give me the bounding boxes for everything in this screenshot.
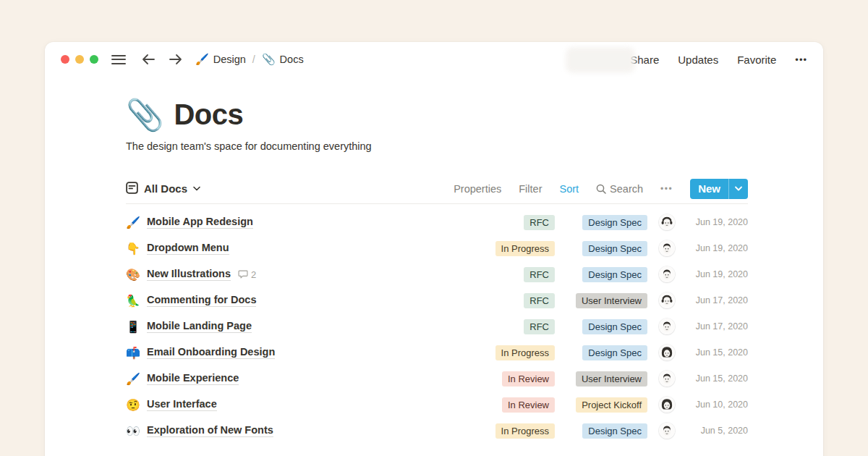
toolbar-item-properties[interactable]: Properties	[454, 183, 501, 195]
titlebar: 🖌️Design/📎Docs ShareUpdatesFavorite •••	[45, 42, 823, 77]
doc-title-link[interactable]: Commenting for Docs	[147, 294, 256, 307]
paintbrush-icon: 🖌️	[126, 372, 147, 386]
search-label: Search	[610, 183, 643, 195]
doc-title-link[interactable]: Mobile Landing Page	[147, 320, 252, 333]
status-tag[interactable]: RFC	[524, 215, 555, 230]
minimize-window-button[interactable]	[75, 55, 84, 64]
close-window-button[interactable]	[61, 55, 69, 64]
search-icon	[596, 184, 606, 194]
doc-title-link[interactable]: User Interface	[147, 398, 217, 411]
avatar-woman-headphones[interactable]	[659, 292, 675, 308]
eyes-icon: 👀	[126, 424, 147, 438]
favorite-button[interactable]: Favorite	[737, 54, 776, 66]
view-options-icon[interactable]: •••	[660, 184, 673, 194]
new-button[interactable]: New	[690, 179, 748, 199]
sidebar-toggle-icon[interactable]	[111, 52, 126, 67]
doc-title-link[interactable]: Mobile App Redesign	[147, 216, 253, 229]
breadcrumb-item[interactable]: 📎Docs	[262, 53, 304, 66]
avatar-woman-headphones[interactable]	[659, 214, 675, 230]
doc-type-tag[interactable]: User Interview	[576, 371, 647, 387]
back-arrow-icon[interactable]	[142, 54, 156, 65]
window-controls	[61, 55, 98, 64]
mobile-phone-icon: 📱	[126, 320, 147, 334]
app-window: 🖌️Design/📎Docs ShareUpdatesFavorite ••• …	[45, 42, 823, 456]
doc-type-tag[interactable]: User Interview	[576, 293, 647, 308]
chevron-down-icon	[735, 186, 742, 191]
titlebar-actions: ShareUpdatesFavorite •••	[630, 54, 807, 66]
status-tag[interactable]: RFC	[524, 267, 555, 282]
blurred-presence-indicator	[566, 47, 635, 73]
comment-count[interactable]: 2	[238, 269, 256, 280]
avatar-man[interactable]	[659, 318, 675, 334]
status-tag[interactable]: In Progress	[495, 345, 555, 360]
page-title[interactable]: Docs	[174, 98, 243, 131]
doc-title-link[interactable]: Mobile Experience	[147, 372, 239, 385]
zoom-window-button[interactable]	[90, 55, 98, 64]
parrot-icon: 🦜	[126, 294, 147, 308]
avatar-man[interactable]	[659, 240, 675, 256]
created-date: Jun 17, 2020	[686, 321, 748, 332]
view-toolbar: All Docs PropertiesFilterSort Search •••…	[126, 174, 748, 204]
status-tag[interactable]: In Progress	[495, 423, 555, 439]
created-date: Jun 5, 2020	[686, 426, 748, 436]
avatar-woman[interactable]	[659, 397, 675, 413]
table-row: 🤨 User Interface In Review Project Kicko…	[126, 392, 748, 418]
doc-title-link[interactable]: Dropdown Menu	[147, 242, 229, 255]
status-tag[interactable]: RFC	[524, 319, 555, 334]
doc-title-link[interactable]: New Illustrations	[147, 268, 231, 281]
new-button-label[interactable]: New	[690, 179, 728, 199]
breadcrumb-separator: /	[251, 54, 257, 65]
table-row: 🦜 Commenting for Docs RFC User Interview…	[126, 287, 748, 313]
doc-type-tag[interactable]: Design Spec	[582, 241, 647, 256]
created-date: Jun 19, 2020	[686, 243, 748, 253]
paintbrush-icon: 🖌️	[126, 216, 147, 229]
forward-arrow-icon[interactable]	[169, 54, 182, 65]
page-icon-paperclip[interactable]: 📎	[126, 100, 163, 130]
doc-title-link[interactable]: Exploration of New Fonts	[147, 424, 273, 437]
status-tag[interactable]: RFC	[524, 293, 555, 308]
doc-type-tag[interactable]: Design Spec	[582, 215, 647, 230]
status-tag[interactable]: In Review	[502, 397, 555, 413]
view-switcher[interactable]: All Docs	[126, 182, 200, 196]
toolbar-item-filter[interactable]: Filter	[519, 183, 542, 195]
breadcrumb: 🖌️Design/📎Docs	[195, 53, 304, 66]
page-content: 📎 Docs The design team's space for docum…	[45, 98, 823, 444]
toolbar-item-sort[interactable]: Sort	[560, 183, 579, 195]
avatar-man[interactable]	[659, 266, 675, 282]
new-button-caret[interactable]	[729, 179, 748, 199]
view-switcher-label: All Docs	[144, 182, 187, 195]
doc-title-link[interactable]: Email Onboarding Design	[147, 346, 275, 359]
raised-eyebrow-face-icon: 🤨	[126, 398, 147, 412]
table-row: 📱 Mobile Landing Page RFC Design Spec Ju…	[126, 313, 748, 339]
more-options-icon[interactable]: •••	[795, 54, 807, 65]
created-date: Jun 15, 2020	[686, 347, 748, 358]
search-button[interactable]: Search	[596, 183, 643, 195]
avatar-woman[interactable]	[659, 345, 675, 360]
created-date: Jun 10, 2020	[686, 400, 748, 410]
mailbox-icon: 📫	[126, 346, 147, 360]
created-date: Jun 19, 2020	[686, 269, 748, 279]
status-tag[interactable]: In Review	[502, 371, 555, 387]
pointing-down-icon: 👇	[126, 242, 147, 256]
created-date: Jun 15, 2020	[686, 373, 748, 384]
toolbar-menu: PropertiesFilterSort Search ••• New	[454, 179, 748, 199]
breadcrumb-item[interactable]: 🖌️Design	[195, 53, 246, 66]
page-subtitle[interactable]: The design team's space for documenting …	[126, 140, 748, 152]
doc-type-tag[interactable]: Design Spec	[582, 267, 647, 282]
comment-bubble-icon	[238, 269, 248, 279]
desktop-background: { "colors": { "accent": "#2EA8DC", "traf…	[0, 0, 868, 456]
table-row: 🖌️ Mobile App Redesign RFC Design Spec J…	[126, 209, 748, 235]
avatar-man[interactable]	[659, 423, 675, 439]
status-tag[interactable]: In Progress	[495, 241, 555, 256]
doc-type-tag[interactable]: Project Kickoff	[576, 397, 647, 413]
page-header: 📎 Docs The design team's space for docum…	[126, 98, 748, 152]
doc-type-tag[interactable]: Design Spec	[582, 319, 647, 334]
created-date: Jun 19, 2020	[686, 217, 748, 227]
doc-type-tag[interactable]: Design Spec	[582, 345, 647, 360]
doc-type-tag[interactable]: Design Spec	[582, 423, 647, 439]
paintbrush-icon: 🖌️	[195, 53, 209, 66]
created-date: Jun 17, 2020	[686, 295, 748, 305]
updates-button[interactable]: Updates	[678, 54, 718, 66]
avatar-man[interactable]	[659, 371, 675, 387]
table-row: 👀 Exploration of New Fonts In Progress D…	[126, 418, 748, 444]
